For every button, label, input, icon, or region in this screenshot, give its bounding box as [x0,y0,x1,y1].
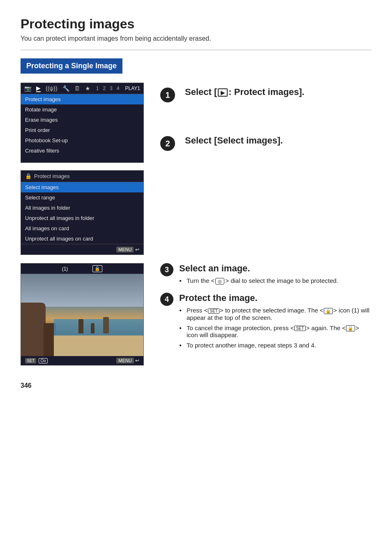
step-2-circle: 2 [160,136,175,151]
set-icon-2: SET [294,326,305,331]
protect-submenu-title: Protect images [34,173,70,179]
step-4-content: Protect the image. Press <SET> to protec… [179,293,371,352]
page-title: Protecting images [21,16,371,32]
submenu-item-unprotect-folder[interactable]: Unprotect all images in folder [21,213,143,223]
menu-item-erase-images[interactable]: Erase images [21,115,143,125]
tab-calendar-icon: 🗓 [74,85,80,92]
on-icon: On [39,358,47,363]
play-label: PLAY1 [125,86,140,91]
left-panel: 📷 ▶ ((ψ)) 🔧 🗓 ★ 1 2 3 4 PLAY1 Protect im… [21,83,148,255]
submenu-item-all-images-folder[interactable]: All images in folder [21,203,143,213]
step-4-bullets: Press <SET> to protect the selected imag… [179,307,371,349]
step-1-content: Select [▶: Protect images]. [185,87,304,101]
step-4-bullet-1: Press <SET> to protect the selected imag… [179,307,371,321]
steps-lower-right: 3 Select an image. Turn the <◎> dial to … [160,263,371,366]
page-number: 346 [21,382,32,389]
dial-icon: ◎ [215,278,224,285]
submenu-item-select-images[interactable]: Select images [21,182,143,192]
sky [21,274,143,307]
menu-item-photobook-setup[interactable]: Photobook Set-up [21,135,143,146]
footer-left: SET On [25,358,48,363]
step-3-content: Select an image. Turn the <◎> dial to se… [179,263,338,288]
menu-btn-screen[interactable]: MENU [116,358,134,363]
submenu-item-unprotect-card[interactable]: Unprotect all images on card [21,234,143,244]
camera-menu-header: 📷 ▶ ((ψ)) 🔧 🗓 ★ 1 2 3 4 PLAY1 [21,83,143,94]
page-subtitle: You can protect important images from be… [21,35,371,42]
protect-icon-1: 🔒 [324,308,333,314]
tab-num-1: 1 [96,86,99,91]
step-2-content: Select [Select images]. [185,135,283,149]
cliff-left [21,303,46,356]
tab-num-3: 3 [110,86,113,91]
step-4-bullet-2: To cancel the image protection, press <S… [179,324,371,339]
camera-screen-footer: SET On MENU ↩ [21,356,143,365]
lock-icon-small: 🔒 [25,173,32,179]
screen-protect-icon: 🔒 [92,265,102,272]
step-4-heading: Protect the image. [179,293,371,303]
tab-camera-icon: 📷 [24,85,31,92]
protect-icon-2: 🔒 [346,325,355,331]
menu-item-rotate-image[interactable]: Rotate image [21,104,143,115]
back-arrow-icon: ↩ [135,247,139,252]
step-3-bullet-1: Turn the <◎> dial to select the image to… [179,277,338,285]
rock-stack-2 [91,323,95,333]
step-3-heading: Select an image. [179,263,338,274]
tab-settings-icon: 🔧 [62,85,69,92]
step-4-row: 4 Protect the image. Press <SET> to prot… [160,293,371,352]
title-divider [21,50,371,50]
tab-play-icon: ▶ [36,85,41,92]
step-1-row: 1 Select [▶: Protect images]. [160,87,371,102]
tab-num-2: 2 [103,86,106,91]
step-3-circle: 3 [160,263,173,276]
screen-label-1: (1) [62,266,68,272]
protect-submenu-footer: MENU ↩ [21,244,143,255]
submenu-item-all-images-card[interactable]: All images on card [21,223,143,234]
set-icon-1: SET [208,308,219,314]
camera-menu-tabs: 📷 ▶ ((ψ)) 🔧 🗓 ★ [24,85,90,92]
menu-item-protect-images[interactable]: Protect images [21,94,143,104]
tab-wifi-icon: ((ψ)) [46,85,58,92]
camera-screen-scene [21,274,143,356]
rock-stack-3 [103,317,109,333]
water-area [54,319,143,336]
menu-button[interactable]: MENU [116,247,134,252]
camera-menu-tab-numbers: 1 2 3 4 [96,86,120,91]
step-3-bullets: Turn the <◎> dial to select the image to… [179,277,338,285]
right-panel-steps-1-2: 1 Select [▶: Protect images]. 2 Select [… [160,83,371,255]
section-header: Protecting a Single Image [21,58,122,74]
steps-lower-left: (1) 🔒 SET On [21,263,148,366]
step-2-heading: Select [Select images]. [185,135,283,146]
menu-item-print-order[interactable]: Print order [21,125,143,135]
protect-submenu-header: 🔒 Protect images [21,171,143,182]
tab-num-4: 4 [117,86,120,91]
set-button[interactable]: SET [25,358,36,363]
tab-star-icon: ★ [85,85,90,92]
screen-back-arrow: ↩ [135,358,139,363]
protect-submenu: 🔒 Protect images Select images Select ra… [21,170,144,255]
menu-spacer [21,156,143,162]
step-4-bullet-3: To protect another image, repeat steps 3… [179,342,371,349]
footer-right: MENU ↩ [116,358,139,363]
camera-menu: 📷 ▶ ((ψ)) 🔧 🗓 ★ 1 2 3 4 PLAY1 Protect im… [21,83,144,163]
submenu-item-select-range[interactable]: Select range [21,192,143,203]
step-1-heading: Select [▶: Protect images]. [185,87,304,97]
step-3-row: 3 Select an image. Turn the <◎> dial to … [160,263,371,288]
step-1-circle: 1 [160,88,175,102]
camera-screen: (1) 🔒 SET On [21,263,144,366]
rock-stack-1 [78,319,83,333]
beach-area [54,336,143,356]
play-icon: ▶ [218,88,228,97]
step-4-circle: 4 [160,293,173,306]
menu-item-creative-filters[interactable]: Creative filters [21,146,143,156]
step-2-row: 2 Select [Select images]. [160,135,371,151]
